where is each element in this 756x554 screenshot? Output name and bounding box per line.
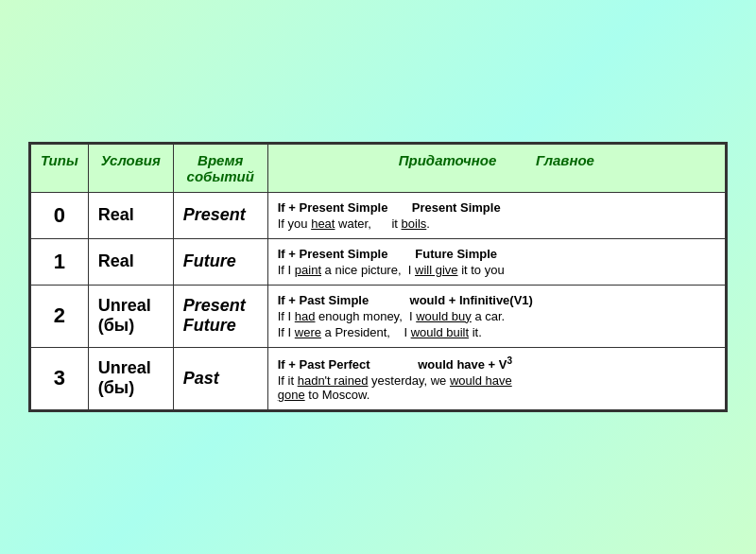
main-header-1: Future Simple: [415, 247, 497, 261]
time-future: Future: [173, 238, 267, 285]
word-hadnt-rained: hadn't rained: [298, 373, 369, 388]
example-2b: If I were a President, I would built it.: [278, 325, 715, 339]
table-row: 3 Unreal(бы) Past If + Past Perfect woul…: [31, 347, 726, 409]
word-boils: boils: [402, 216, 427, 231]
main-header-2: would + Infinitive(V1): [410, 293, 533, 307]
header-time: Время событий: [173, 144, 267, 192]
main-header-3: would have + V3: [418, 357, 512, 372]
rules-0: If + Present Simple Present Simple If yo…: [267, 192, 725, 238]
rule-header-1: If + Present Simple Future Simple: [278, 247, 715, 261]
subscript-3: 3: [507, 355, 513, 366]
rules-2: If + Past Simple would + Infinitive(V1) …: [267, 285, 725, 347]
sub-header-0: If + Present Simple: [278, 200, 388, 215]
word-heat: heat: [311, 216, 335, 231]
table-row: 1 Real Future If + Present Simple Future…: [31, 238, 726, 285]
header-type: Типы: [31, 144, 89, 192]
word-would-buy: would buy: [416, 309, 472, 323]
sub-header-2: If + Past Simple: [278, 293, 369, 307]
word-would-built: would built: [411, 325, 469, 339]
table-row: 2 Unreal(бы) PresentFuture If + Past Sim…: [31, 285, 726, 347]
time-present: Present: [173, 192, 267, 238]
example-1: If I paint a nice picture, I will give i…: [278, 263, 715, 277]
rules-1: If + Present Simple Future Simple If I p…: [267, 238, 725, 285]
grammar-table: Типы Условия Время событий Придаточное Г…: [30, 144, 726, 410]
word-will-give: will give: [415, 263, 458, 277]
rule-header-0: If + Present Simple Present Simple: [278, 200, 715, 215]
rules-3: If + Past Perfect would have + V3 If it …: [267, 347, 725, 409]
main-header-0: Present Simple: [412, 200, 501, 215]
header-main: Главное: [536, 152, 594, 168]
rule-header-3: If + Past Perfect would have + V3: [278, 355, 715, 372]
header-row: Типы Условия Время событий Придаточное Г…: [31, 144, 726, 192]
word-were: were: [295, 325, 321, 339]
word-paint: paint: [295, 263, 321, 277]
table-row: 0 Real Present If + Present Simple Prese…: [31, 192, 726, 238]
header-subordinate: Придаточное: [399, 152, 497, 168]
sub-header-3: If + Past Perfect: [278, 357, 370, 372]
rule-header-2: If + Past Simple would + Infinitive(V1): [278, 293, 715, 307]
type-3: 3: [31, 347, 89, 409]
main-table-wrapper: Типы Условия Время событий Придаточное Г…: [28, 142, 728, 412]
time-past: Past: [173, 347, 267, 409]
cond-unreal-3: Unreal(бы): [88, 347, 173, 409]
time-present-future: PresentFuture: [173, 285, 267, 347]
type-0: 0: [31, 192, 89, 238]
sub-header-1: If + Present Simple: [278, 247, 388, 261]
example-3: If it hadn't rained yesterday, we would …: [278, 373, 715, 402]
header-condition: Условия: [88, 144, 173, 192]
type-1: 1: [31, 238, 89, 285]
example-0: If you heat water, it boils.: [278, 216, 715, 231]
cond-real-0: Real: [88, 192, 173, 238]
cond-real-1: Real: [88, 238, 173, 285]
cond-unreal-2: Unreal(бы): [88, 285, 173, 347]
header-rules: Придаточное Главное: [267, 144, 725, 192]
word-had: had: [295, 309, 316, 323]
example-2a: If I had enough money, I would buy a car…: [278, 309, 715, 323]
type-2: 2: [31, 285, 89, 347]
